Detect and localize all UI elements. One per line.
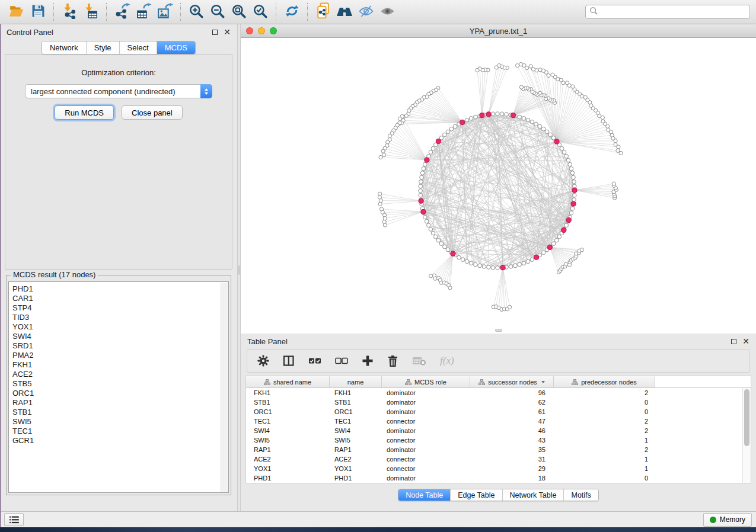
mcds-result-item[interactable]: SWI5: [12, 417, 220, 427]
network-node[interactable]: [513, 264, 518, 268]
mcds-network-node[interactable]: [425, 158, 429, 162]
mcds-network-node[interactable]: [419, 198, 423, 203]
network-node[interactable]: [530, 120, 534, 124]
network-node[interactable]: [476, 68, 479, 72]
mcds-result-item[interactable]: SWI4: [12, 332, 220, 341]
network-node[interactable]: [436, 238, 441, 242]
table-row[interactable]: STB1STB1dominator620: [246, 398, 751, 407]
network-node[interactable]: [601, 120, 605, 123]
mcds-result-item[interactable]: YOX1: [12, 322, 220, 332]
network-node[interactable]: [508, 305, 512, 309]
network-node[interactable]: [548, 133, 553, 137]
network-node[interactable]: [473, 115, 477, 119]
mcds-network-node[interactable]: [571, 201, 576, 206]
mcds-result-item[interactable]: CAR1: [12, 294, 220, 303]
network-node[interactable]: [453, 124, 457, 129]
splitter-grabber[interactable]: [238, 265, 240, 275]
network-node[interactable]: [491, 112, 495, 116]
hide-selected-button[interactable]: [355, 2, 377, 22]
mcds-network-node[interactable]: [460, 120, 465, 124]
network-node[interactable]: [564, 154, 569, 158]
mcds-result-item[interactable]: STP4: [12, 303, 220, 313]
zoom-out-button[interactable]: [207, 2, 228, 22]
network-node[interactable]: [566, 158, 570, 162]
network-node[interactable]: [612, 182, 615, 185]
network-node[interactable]: [614, 143, 617, 146]
network-node[interactable]: [496, 112, 500, 116]
mcds-result-item[interactable]: ORC1: [12, 389, 220, 398]
delete-table-button[interactable]: [412, 355, 426, 366]
network-node[interactable]: [518, 262, 522, 267]
column-header-shared-name[interactable]: shared name: [246, 376, 330, 387]
mcds-result-item[interactable]: FKH1: [12, 360, 220, 370]
show-columns-button[interactable]: [283, 355, 295, 367]
close-panel-button[interactable]: Close panel: [122, 105, 183, 120]
search-box[interactable]: [585, 5, 750, 19]
search-input[interactable]: [601, 8, 746, 17]
mcds-network-node[interactable]: [566, 217, 571, 222]
zoom-in-button[interactable]: [186, 2, 207, 22]
network-node[interactable]: [388, 134, 391, 137]
network-node[interactable]: [419, 184, 423, 188]
network-node[interactable]: [487, 265, 491, 270]
network-node[interactable]: [573, 193, 577, 197]
find-button[interactable]: [334, 2, 355, 22]
network-node[interactable]: [519, 85, 523, 89]
network-node[interactable]: [378, 202, 382, 206]
network-node[interactable]: [439, 242, 444, 246]
network-node[interactable]: [572, 175, 576, 180]
network-node[interactable]: [461, 258, 465, 262]
network-node[interactable]: [443, 133, 447, 137]
close-panel-icon[interactable]: ✕: [742, 337, 749, 345]
network-node[interactable]: [551, 242, 556, 246]
export-table-button[interactable]: [133, 2, 154, 22]
column-header-name[interactable]: name: [330, 376, 382, 387]
network-node[interactable]: [419, 189, 423, 193]
mcds-network-node[interactable]: [480, 113, 484, 118]
mcds-result-item[interactable]: GCR1: [12, 436, 220, 446]
mcds-result-item[interactable]: RAP1: [12, 398, 220, 408]
table-mode-button[interactable]: [257, 355, 269, 367]
network-node[interactable]: [449, 127, 454, 131]
mcds-result-item[interactable]: PMA2: [12, 351, 220, 360]
network-node[interactable]: [551, 136, 556, 140]
table-row[interactable]: FKH1FKH1dominator962: [246, 388, 751, 398]
network-node[interactable]: [443, 245, 447, 249]
close-panel-icon[interactable]: ✕: [224, 28, 231, 36]
network-node[interactable]: [478, 264, 482, 268]
task-history-button[interactable]: [4, 513, 24, 526]
tab-motifs[interactable]: Motifs: [563, 489, 598, 501]
network-node[interactable]: [519, 62, 522, 66]
table-scrollbar[interactable]: [742, 388, 751, 483]
mcds-network-node[interactable]: [500, 265, 505, 270]
save-session-button[interactable]: [27, 2, 49, 22]
network-node[interactable]: [465, 259, 469, 264]
network-node[interactable]: [569, 166, 573, 171]
network-node[interactable]: [530, 258, 534, 262]
network-node[interactable]: [379, 199, 382, 203]
network-node[interactable]: [500, 112, 504, 116]
network-node[interactable]: [429, 227, 433, 232]
network-node[interactable]: [569, 211, 573, 215]
create-column-button[interactable]: [362, 355, 374, 367]
network-node[interactable]: [526, 259, 530, 264]
table-row[interactable]: PHD1PHD1dominator180: [246, 473, 751, 483]
network-node[interactable]: [383, 217, 387, 220]
mcds-result-item[interactable]: STB1: [12, 408, 220, 417]
network-node[interactable]: [482, 265, 486, 269]
network-node[interactable]: [422, 166, 426, 171]
import-network-button[interactable]: [59, 2, 80, 22]
network-node[interactable]: [423, 162, 428, 166]
table-row[interactable]: SWI5SWI5connector431: [246, 435, 751, 445]
network-node[interactable]: [545, 130, 549, 134]
network-graph[interactable]: [241, 38, 756, 333]
refresh-layout-button[interactable]: [281, 2, 302, 22]
network-node[interactable]: [496, 266, 500, 270]
network-node[interactable]: [378, 192, 382, 196]
network-node[interactable]: [509, 265, 513, 269]
table-row[interactable]: RAP1RAP1dominator352: [246, 445, 751, 454]
network-node[interactable]: [431, 231, 435, 235]
window-zoom-button[interactable]: [270, 27, 277, 34]
mcds-result-item[interactable]: TID3: [12, 313, 220, 322]
optimization-criterion-select[interactable]: largest connected component (undirected): [25, 84, 212, 98]
